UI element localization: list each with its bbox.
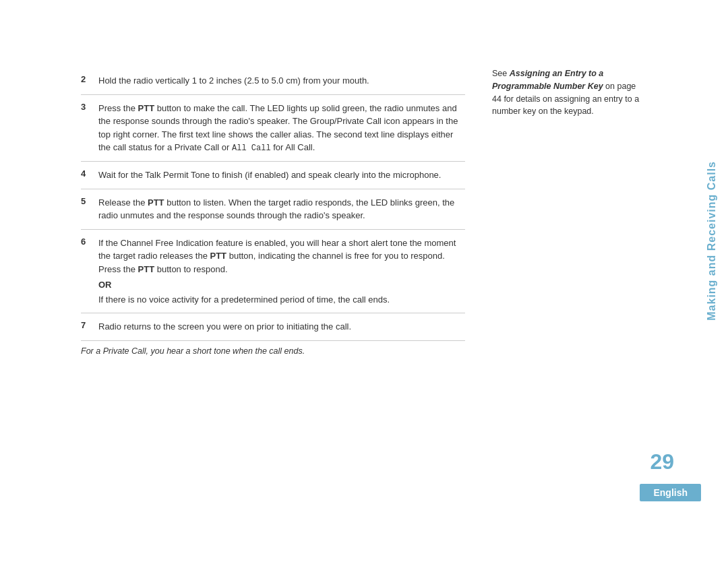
step-4-number: 4 [81, 168, 90, 179]
step-7: 7 Radio returns to the screen you were o… [81, 313, 465, 341]
sidebar-title-text: Making and Receiving Calls [706, 161, 718, 321]
step-5: 5 Release the PTT button to listen. When… [81, 189, 465, 230]
step-2-text: Hold the radio vertically 1 to 2 inches … [98, 74, 369, 88]
left-column: 2 Hold the radio vertically 1 to 2 inche… [81, 67, 465, 508]
step-7-text: Radio returns to the screen you were on … [98, 320, 351, 334]
step-3-number: 3 [81, 102, 90, 112]
sidebar-title: Making and Receiving Calls [702, 54, 721, 427]
step-2-number: 2 [81, 74, 90, 84]
step-2: 2 Hold the radio vertically 1 to 2 inche… [81, 67, 465, 95]
right-note: See Assigning an Entry to a Programmable… [492, 67, 640, 118]
step-3-text: Press the PTT button to make the call. T… [98, 102, 465, 155]
step-6-number: 6 [81, 237, 90, 247]
content-area: 2 Hold the radio vertically 1 to 2 inche… [81, 67, 640, 508]
right-column: See Assigning an Entry to a Programmable… [492, 67, 640, 508]
step-5-number: 5 [81, 196, 90, 206]
page-number: 29 [650, 449, 674, 474]
step-3: 3 Press the PTT button to make the call.… [81, 95, 465, 162]
page-container: Making and Receiving Calls 2 Hold the ra… [0, 0, 728, 562]
italic-note: For a Private Call, you hear a short ton… [81, 341, 465, 356]
english-badge: English [640, 484, 701, 501]
step-7-number: 7 [81, 320, 90, 330]
step-6: 6 If the Channel Free Indication feature… [81, 230, 465, 314]
step-6-text: If the Channel Free Indication feature i… [98, 237, 465, 307]
step-4-text: Wait for the Talk Permit Tone to finish … [98, 168, 441, 182]
step-4: 4 Wait for the Talk Permit Tone to finis… [81, 162, 465, 189]
step-5-text: Release the PTT button to listen. When t… [98, 196, 465, 222]
